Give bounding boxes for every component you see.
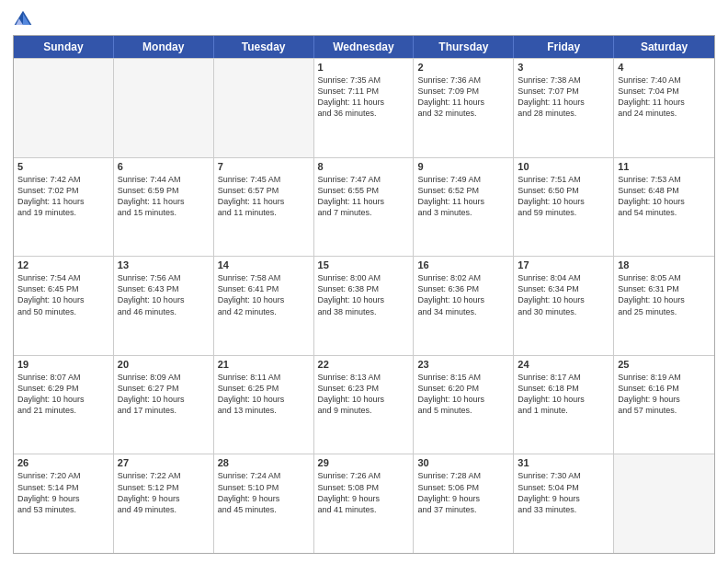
cal-cell: 16Sunrise: 8:02 AM Sunset: 6:36 PM Dayli… <box>414 257 514 355</box>
calendar: SundayMondayTuesdayWednesdayThursdayFrid… <box>13 35 715 554</box>
cal-cell: 14Sunrise: 7:58 AM Sunset: 6:41 PM Dayli… <box>214 257 314 355</box>
cell-info: Sunrise: 8:11 AM Sunset: 6:25 PM Dayligh… <box>218 372 310 417</box>
cell-info: Sunrise: 7:28 AM Sunset: 5:06 PM Dayligh… <box>417 470 509 515</box>
cell-info: Sunrise: 7:51 AM Sunset: 6:50 PM Dayligh… <box>518 174 609 219</box>
calendar-body: 1Sunrise: 7:35 AM Sunset: 7:11 PM Daylig… <box>14 58 714 553</box>
day-number: 13 <box>118 259 210 270</box>
cell-info: Sunrise: 8:17 AM Sunset: 6:18 PM Dayligh… <box>518 372 609 417</box>
cell-info: Sunrise: 7:20 AM Sunset: 5:14 PM Dayligh… <box>17 470 109 515</box>
cell-info: Sunrise: 7:44 AM Sunset: 6:59 PM Dayligh… <box>118 174 210 219</box>
header-day-sunday: Sunday <box>14 36 114 58</box>
cal-cell: 1Sunrise: 7:35 AM Sunset: 7:11 PM Daylig… <box>314 59 415 157</box>
day-number: 15 <box>318 259 410 270</box>
day-number: 18 <box>618 259 711 270</box>
cal-cell <box>14 59 114 157</box>
week-row-4: 19Sunrise: 8:07 AM Sunset: 6:29 PM Dayli… <box>14 355 714 454</box>
week-row-3: 12Sunrise: 7:54 AM Sunset: 6:45 PM Dayli… <box>14 256 714 355</box>
cal-cell: 3Sunrise: 7:38 AM Sunset: 7:07 PM Daylig… <box>514 59 614 157</box>
day-number: 28 <box>218 457 310 468</box>
cal-cell: 15Sunrise: 8:00 AM Sunset: 6:38 PM Dayli… <box>314 257 415 355</box>
cell-info: Sunrise: 7:26 AM Sunset: 5:08 PM Dayligh… <box>318 470 410 515</box>
cal-cell: 26Sunrise: 7:20 AM Sunset: 5:14 PM Dayli… <box>14 454 114 553</box>
cell-info: Sunrise: 7:53 AM Sunset: 6:48 PM Dayligh… <box>618 174 711 219</box>
cell-info: Sunrise: 7:35 AM Sunset: 7:11 PM Dayligh… <box>318 75 410 120</box>
day-number: 4 <box>618 62 711 73</box>
cal-cell: 7Sunrise: 7:45 AM Sunset: 6:57 PM Daylig… <box>214 158 314 257</box>
cal-cell: 17Sunrise: 8:04 AM Sunset: 6:34 PM Dayli… <box>514 257 614 355</box>
day-number: 17 <box>518 259 609 270</box>
logo-icon <box>13 9 33 29</box>
cal-cell: 2Sunrise: 7:36 AM Sunset: 7:09 PM Daylig… <box>414 59 514 157</box>
day-number: 2 <box>417 62 509 73</box>
cal-cell <box>214 59 314 157</box>
cal-cell: 12Sunrise: 7:54 AM Sunset: 6:45 PM Dayli… <box>14 257 114 355</box>
day-number: 19 <box>17 359 109 370</box>
cell-info: Sunrise: 8:19 AM Sunset: 6:16 PM Dayligh… <box>618 372 711 417</box>
week-row-5: 26Sunrise: 7:20 AM Sunset: 5:14 PM Dayli… <box>14 454 714 553</box>
cal-cell: 19Sunrise: 8:07 AM Sunset: 6:29 PM Dayli… <box>14 356 114 454</box>
cal-cell: 13Sunrise: 7:56 AM Sunset: 6:43 PM Dayli… <box>114 257 214 355</box>
header-day-wednesday: Wednesday <box>314 36 415 58</box>
cal-cell: 28Sunrise: 7:24 AM Sunset: 5:10 PM Dayli… <box>214 454 314 553</box>
cell-info: Sunrise: 8:02 AM Sunset: 6:36 PM Dayligh… <box>417 272 509 317</box>
day-number: 27 <box>118 457 210 468</box>
cell-info: Sunrise: 8:09 AM Sunset: 6:27 PM Dayligh… <box>118 372 210 417</box>
day-number: 21 <box>218 359 310 370</box>
day-number: 22 <box>318 359 410 370</box>
cal-cell: 11Sunrise: 7:53 AM Sunset: 6:48 PM Dayli… <box>614 158 714 257</box>
day-number: 7 <box>218 161 310 172</box>
header <box>13 9 715 29</box>
cell-info: Sunrise: 7:40 AM Sunset: 7:04 PM Dayligh… <box>618 75 711 120</box>
logo <box>13 9 37 29</box>
cell-info: Sunrise: 8:00 AM Sunset: 6:38 PM Dayligh… <box>318 272 410 317</box>
cal-cell: 27Sunrise: 7:22 AM Sunset: 5:12 PM Dayli… <box>114 454 214 553</box>
day-number: 11 <box>618 161 711 172</box>
day-number: 26 <box>17 457 109 468</box>
cell-info: Sunrise: 8:05 AM Sunset: 6:31 PM Dayligh… <box>618 272 711 317</box>
cal-cell: 29Sunrise: 7:26 AM Sunset: 5:08 PM Dayli… <box>314 454 415 553</box>
cal-cell: 31Sunrise: 7:30 AM Sunset: 5:04 PM Dayli… <box>514 454 614 553</box>
cal-cell: 30Sunrise: 7:28 AM Sunset: 5:06 PM Dayli… <box>414 454 514 553</box>
cell-info: Sunrise: 7:30 AM Sunset: 5:04 PM Dayligh… <box>518 470 609 515</box>
cal-cell: 5Sunrise: 7:42 AM Sunset: 7:02 PM Daylig… <box>14 158 114 257</box>
day-number: 23 <box>417 359 509 370</box>
cell-info: Sunrise: 7:38 AM Sunset: 7:07 PM Dayligh… <box>518 75 609 120</box>
cell-info: Sunrise: 7:49 AM Sunset: 6:52 PM Dayligh… <box>417 174 509 219</box>
day-number: 12 <box>17 259 109 270</box>
cal-cell: 10Sunrise: 7:51 AM Sunset: 6:50 PM Dayli… <box>514 158 614 257</box>
day-number: 30 <box>417 457 509 468</box>
day-number: 9 <box>417 161 509 172</box>
cal-cell: 6Sunrise: 7:44 AM Sunset: 6:59 PM Daylig… <box>114 158 214 257</box>
cell-info: Sunrise: 7:56 AM Sunset: 6:43 PM Dayligh… <box>118 272 210 317</box>
cell-info: Sunrise: 7:24 AM Sunset: 5:10 PM Dayligh… <box>218 470 310 515</box>
day-number: 8 <box>318 161 410 172</box>
cell-info: Sunrise: 7:36 AM Sunset: 7:09 PM Dayligh… <box>417 75 509 120</box>
cell-info: Sunrise: 7:47 AM Sunset: 6:55 PM Dayligh… <box>318 174 410 219</box>
cal-cell: 9Sunrise: 7:49 AM Sunset: 6:52 PM Daylig… <box>414 158 514 257</box>
cal-cell <box>614 454 714 553</box>
day-number: 14 <box>218 259 310 270</box>
header-day-thursday: Thursday <box>414 36 514 58</box>
cal-cell: 21Sunrise: 8:11 AM Sunset: 6:25 PM Dayli… <box>214 356 314 454</box>
cell-info: Sunrise: 7:58 AM Sunset: 6:41 PM Dayligh… <box>218 272 310 317</box>
cal-cell <box>114 59 214 157</box>
cal-cell: 24Sunrise: 8:17 AM Sunset: 6:18 PM Dayli… <box>514 356 614 454</box>
header-day-friday: Friday <box>514 36 614 58</box>
day-number: 5 <box>17 161 109 172</box>
header-day-monday: Monday <box>114 36 214 58</box>
day-number: 3 <box>518 62 609 73</box>
page: SundayMondayTuesdayWednesdayThursdayFrid… <box>0 0 728 563</box>
calendar-header: SundayMondayTuesdayWednesdayThursdayFrid… <box>14 36 714 58</box>
cell-info: Sunrise: 8:13 AM Sunset: 6:23 PM Dayligh… <box>318 372 410 417</box>
day-number: 25 <box>618 359 711 370</box>
day-number: 20 <box>118 359 210 370</box>
day-number: 10 <box>518 161 609 172</box>
header-day-saturday: Saturday <box>614 36 714 58</box>
day-number: 29 <box>318 457 410 468</box>
cal-cell: 4Sunrise: 7:40 AM Sunset: 7:04 PM Daylig… <box>614 59 714 157</box>
cal-cell: 25Sunrise: 8:19 AM Sunset: 6:16 PM Dayli… <box>614 356 714 454</box>
cell-info: Sunrise: 7:42 AM Sunset: 7:02 PM Dayligh… <box>17 174 109 219</box>
week-row-1: 1Sunrise: 7:35 AM Sunset: 7:11 PM Daylig… <box>14 58 714 157</box>
cal-cell: 18Sunrise: 8:05 AM Sunset: 6:31 PM Dayli… <box>614 257 714 355</box>
cell-info: Sunrise: 8:15 AM Sunset: 6:20 PM Dayligh… <box>417 372 509 417</box>
